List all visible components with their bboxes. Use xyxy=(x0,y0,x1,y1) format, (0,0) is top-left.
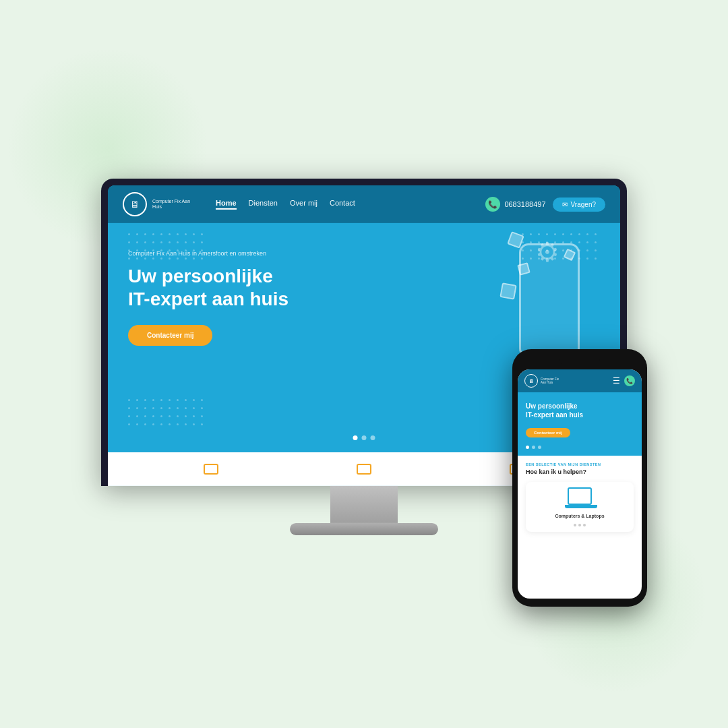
phone-logo-text: Computer Fix Aan Huis xyxy=(541,377,564,385)
nav-link-over-mij[interactable]: Over mij xyxy=(290,199,317,210)
service-card-dots xyxy=(574,524,586,526)
hero-title-line2: IT-expert aan huis xyxy=(128,289,289,309)
service-icon-2 xyxy=(357,464,371,475)
phone-title-line1: Uw persoonlijke xyxy=(526,402,578,410)
cube-3 xyxy=(499,282,516,299)
phone-device: 🖥 Computer Fix Aan Huis ☰ 📞 Uw persoonli… xyxy=(512,349,647,607)
service-dot-1 xyxy=(574,524,576,526)
contacteer-mij-button[interactable]: Contacteer mij xyxy=(128,325,212,346)
phone-screen: 🖥 Computer Fix Aan Huis ☰ 📞 Uw persoonli… xyxy=(518,369,642,599)
hero-title-line1: Uw persoonlijke xyxy=(128,266,273,286)
laptop-icon xyxy=(568,487,592,505)
phone-title-line2: IT-expert aan huis xyxy=(526,411,583,419)
service-preview-2 xyxy=(357,464,371,475)
phone-contacteer-button[interactable]: Contacteer mij xyxy=(526,428,570,437)
phone-pagination-dot-1[interactable] xyxy=(526,446,529,449)
logo-text: Computer Fix Aan Huis xyxy=(152,199,193,210)
pagination-dot-2[interactable] xyxy=(362,435,367,440)
hero-pagination xyxy=(353,435,375,440)
phone-button[interactable]: 📞 0683188497 xyxy=(485,197,545,212)
nav-link-contact[interactable]: Contact xyxy=(330,199,355,210)
pagination-dot-3[interactable] xyxy=(371,435,375,440)
nav-right: 📞 0683188497 ✉ Vragen? xyxy=(485,197,605,212)
phone-pagination-dot-3[interactable] xyxy=(538,446,541,449)
envelope-icon: ✉ xyxy=(562,200,568,208)
hero-subtitle: Computer Fix Aan Huis in Amersfoort en o… xyxy=(128,250,398,257)
monitor-nav-links: Home Diensten Over mij Contact xyxy=(216,199,469,210)
monitor-logo: 🖥 Computer Fix Aan Huis xyxy=(123,192,193,216)
service-icon-1 xyxy=(204,464,218,475)
phone-pagination xyxy=(526,446,634,449)
phone-logo-icon: 🖥 xyxy=(524,374,538,388)
hero-title: Uw persoonlijke IT-expert aan huis xyxy=(128,265,398,310)
phone-logo: 🖥 Computer Fix Aan Huis xyxy=(524,374,564,388)
phone-services-section: EEN SELECTIE VAN MIJN DIENSTEN Hoe kan i… xyxy=(518,456,642,543)
phone-nav-icons: ☰ 📞 xyxy=(613,375,635,386)
phone-hero-title: Uw persoonlijke IT-expert aan huis xyxy=(526,402,634,419)
vragen-button[interactable]: ✉ Vragen? xyxy=(553,197,605,211)
logo-icon: 🖥 xyxy=(123,192,147,216)
service-preview-1 xyxy=(204,464,218,475)
service-dot-3 xyxy=(583,524,586,526)
services-section-title: Hoe kan ik u helpen? xyxy=(526,468,634,475)
phone-pagination-dot-2[interactable] xyxy=(532,446,535,449)
service-name-computers-laptops: Computers & Laptops xyxy=(555,514,604,518)
hero-dots-bottom-left xyxy=(128,399,206,429)
phone-notch xyxy=(559,357,600,365)
phone-outline-graphic xyxy=(519,243,580,358)
phone-nav: 🖥 Computer Fix Aan Huis ☰ 📞 xyxy=(518,369,642,392)
phone-number: 0683188497 xyxy=(504,200,545,208)
monitor-stand-base xyxy=(290,523,438,535)
hero-content: Computer Fix Aan Huis in Amersfoort en o… xyxy=(128,250,398,346)
phone-icon: 📞 xyxy=(485,197,500,212)
services-section-label: EEN SELECTIE VAN MIJN DIENSTEN xyxy=(526,462,634,466)
vragen-label: Vragen? xyxy=(571,200,596,208)
nav-link-home[interactable]: Home xyxy=(216,199,237,210)
monitor-nav: 🖥 Computer Fix Aan Huis Home Diensten Ov… xyxy=(108,185,620,223)
scene: 🖥 Computer Fix Aan Huis Home Diensten Ov… xyxy=(61,88,667,640)
phone-hero: Uw persoonlijke IT-expert aan huis Conta… xyxy=(518,392,642,456)
nav-link-diensten[interactable]: Diensten xyxy=(249,199,278,210)
phone-call-icon[interactable]: 📞 xyxy=(624,375,635,386)
service-card-computers-laptops[interactable]: Computers & Laptops xyxy=(526,482,634,532)
pagination-dot-1[interactable] xyxy=(353,435,358,440)
hero-graphic: ⚙ xyxy=(425,230,580,365)
hamburger-icon[interactable]: ☰ xyxy=(613,376,620,386)
phone-cta-label: Contacteer mij xyxy=(534,431,562,435)
monitor-stand-neck xyxy=(330,486,398,523)
service-dot-2 xyxy=(578,524,581,526)
